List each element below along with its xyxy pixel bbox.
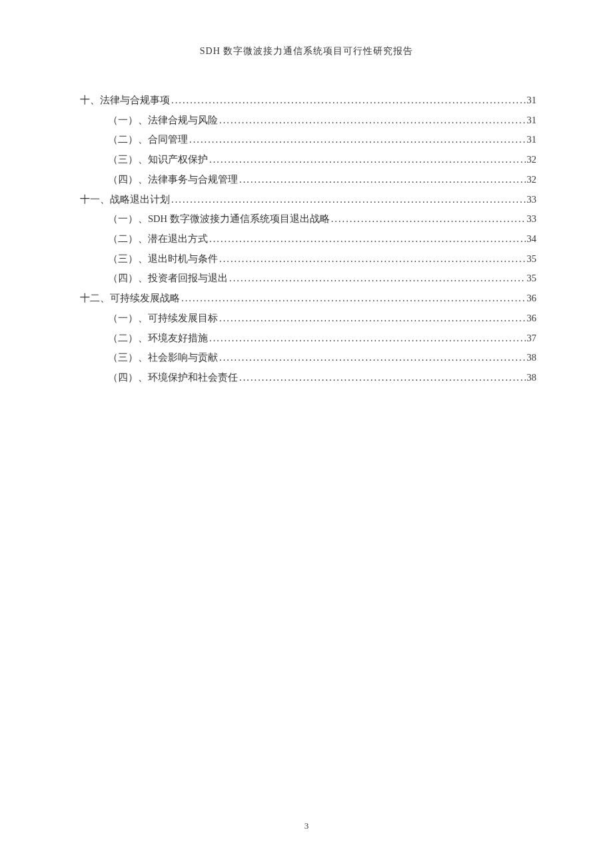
toc-entry-page: 38 <box>527 348 537 368</box>
toc-entry-page: 31 <box>527 111 537 131</box>
page-number: 3 <box>0 821 613 831</box>
toc-entry-page: 31 <box>527 130 537 150</box>
toc-entry-page: 38 <box>527 368 537 388</box>
toc-entry-label: （三）、退出时机与条件 <box>108 249 218 269</box>
toc-entry-label: （四）、投资者回报与退出 <box>108 269 228 289</box>
toc-entry: 十、法律与合规事项31 <box>80 91 536 111</box>
toc-entry-label: （四）、环境保护和社会责任 <box>108 368 238 388</box>
toc-entry-dots <box>229 269 526 289</box>
toc-entry-page: 33 <box>527 209 537 229</box>
toc-entry-page: 32 <box>527 150 537 170</box>
toc-entry: （一）、SDH 数字微波接力通信系统项目退出战略33 <box>80 209 536 229</box>
toc-entry-label: （一）、可持续发展目标 <box>108 309 218 329</box>
toc-entry: （三）、退出时机与条件35 <box>80 249 536 269</box>
toc-entry-label: （二）、环境友好措施 <box>108 329 208 349</box>
toc-entry-page: 33 <box>527 190 537 210</box>
toc-entry-dots <box>171 190 526 210</box>
toc-entry: （四）、法律事务与合规管理32 <box>80 170 536 190</box>
toc-entry-dots <box>189 130 526 150</box>
toc-entry-label: （三）、社会影响与贡献 <box>108 348 218 368</box>
toc-entry-label: （一）、法律合规与风险 <box>108 111 218 131</box>
toc-entry-label: （三）、知识产权保护 <box>108 150 208 170</box>
toc-entry-dots <box>209 329 526 349</box>
toc-entry-label: （二）、合同管理 <box>108 130 188 150</box>
toc-entry-page: 35 <box>527 249 537 269</box>
toc-entry-label: 十、法律与合规事项 <box>80 91 170 111</box>
toc-entry-label: 十一、战略退出计划 <box>80 190 170 210</box>
toc-entry-dots <box>331 209 526 229</box>
page-number-value: 3 <box>305 821 309 831</box>
table-of-contents: 十、法律与合规事项31（一）、法律合规与风险31（二）、合同管理31（三）、知识… <box>0 57 613 388</box>
toc-entry-page: 37 <box>527 329 537 349</box>
toc-entry-dots <box>209 229 526 249</box>
toc-entry-dots <box>219 111 526 131</box>
toc-entry-dots <box>181 289 526 309</box>
toc-entry-dots <box>219 249 526 269</box>
toc-entry: 十一、战略退出计划33 <box>80 190 536 210</box>
toc-entry-page: 32 <box>527 170 537 190</box>
toc-entry: （二）、合同管理31 <box>80 130 536 150</box>
toc-entry-page: 34 <box>527 229 537 249</box>
toc-entry-dots <box>239 368 526 388</box>
toc-entry-label: （二）、潜在退出方式 <box>108 229 208 249</box>
toc-entry: （二）、环境友好措施37 <box>80 329 536 349</box>
toc-entry-label: 十二、可持续发展战略 <box>80 289 180 309</box>
toc-entry-page: 35 <box>527 269 537 289</box>
toc-entry: （二）、潜在退出方式34 <box>80 229 536 249</box>
toc-entry-dots <box>239 170 526 190</box>
toc-entry-page: 36 <box>527 289 537 309</box>
toc-entry: （一）、可持续发展目标36 <box>80 309 536 329</box>
toc-entry: （四）、投资者回报与退出35 <box>80 269 536 289</box>
page-header: SDH 数字微波接力通信系统项目可行性研究报告 <box>0 0 613 57</box>
toc-entry-label: （一）、SDH 数字微波接力通信系统项目退出战略 <box>108 209 330 229</box>
toc-entry: （四）、环境保护和社会责任38 <box>80 368 536 388</box>
toc-entry-label: （四）、法律事务与合规管理 <box>108 170 238 190</box>
toc-entry: 十二、可持续发展战略36 <box>80 289 536 309</box>
header-title: SDH 数字微波接力通信系统项目可行性研究报告 <box>200 46 414 56</box>
toc-entry-dots <box>171 91 526 111</box>
toc-entry-dots <box>219 348 526 368</box>
toc-entry: （一）、法律合规与风险31 <box>80 111 536 131</box>
toc-entry-page: 31 <box>527 91 537 111</box>
toc-entry: （三）、社会影响与贡献38 <box>80 348 536 368</box>
toc-entry: （三）、知识产权保护32 <box>80 150 536 170</box>
toc-entry-dots <box>219 309 526 329</box>
toc-entry-dots <box>209 150 526 170</box>
toc-entry-page: 36 <box>527 309 537 329</box>
